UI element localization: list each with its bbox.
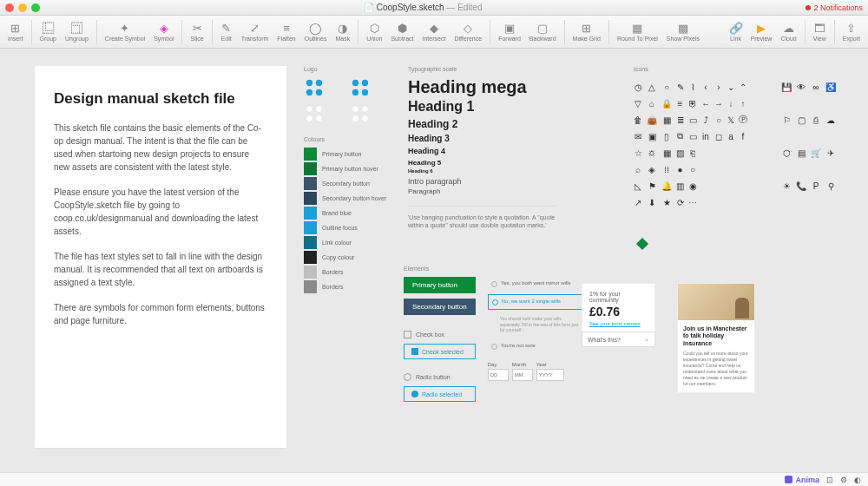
transform-tool[interactable]: ⤢Transform: [239, 23, 272, 42]
insert-tool[interactable]: ⊞Insert: [5, 23, 26, 42]
symbol-tool[interactable]: ◈Symbol: [151, 23, 176, 42]
flatten-tool[interactable]: ≡Flatten: [274, 23, 298, 42]
status-icon[interactable]: ⊡: [826, 476, 833, 484]
forward-tool[interactable]: ▣Forward: [496, 23, 523, 42]
create-symbol-tool[interactable]: ✦Create Symbol: [102, 23, 148, 42]
colour-swatch: Copy colour: [304, 251, 391, 264]
coop-logo-white: [304, 103, 325, 124]
make-grid-tool[interactable]: ⊞Make Grid: [570, 23, 603, 42]
close-icon[interactable]: [5, 3, 14, 12]
export-tool[interactable]: ⇧Export: [840, 23, 863, 42]
settings-icon: ⛭: [647, 147, 657, 159]
mail-icon: ✉: [634, 130, 642, 142]
minimize-icon[interactable]: [18, 3, 27, 12]
folder-icon: ▭: [688, 114, 697, 126]
slice-icon: ✂: [191, 23, 203, 35]
location-icon: ◺: [634, 180, 642, 192]
flag2-icon: ⚐: [781, 114, 792, 126]
canvas[interactable]: Design manual sketch file This sketch fi…: [0, 49, 868, 472]
info-artboard: Design manual sketch file This sketch fi…: [35, 66, 286, 448]
subtract-icon: ⬢: [396, 23, 408, 35]
colour-swatch: Secondary button: [304, 177, 391, 190]
svg-point-0: [306, 80, 312, 86]
status-icon[interactable]: ⚙: [840, 476, 847, 484]
info-paragraph: This sketch file contains the basic elem…: [54, 122, 267, 174]
print-icon: ⎙: [811, 114, 821, 126]
link-tool[interactable]: 🔗Link: [727, 23, 745, 42]
flatten-icon: ≡: [280, 23, 293, 35]
menu-icon: ≡: [676, 97, 684, 109]
svg-point-1: [316, 80, 322, 86]
radio[interactable]: Radio button: [404, 373, 476, 381]
show-pixels-tool[interactable]: ▩Show Pixels: [664, 23, 702, 42]
group-tool[interactable]: ⿺Group: [37, 23, 59, 42]
external-icon: ↗: [634, 196, 642, 208]
file-icon: 📄: [364, 3, 374, 12]
svg-point-4: [352, 80, 358, 86]
difference-icon: ◇: [462, 23, 474, 35]
union-tool[interactable]: ⬡Union: [364, 23, 385, 42]
colour-swatch: Link colour: [304, 236, 391, 249]
section-label-colours: Colours: [304, 136, 391, 142]
month-input[interactable]: [512, 369, 533, 381]
zoom-icon[interactable]: [31, 3, 40, 12]
section-label-type: Typographic scale: [408, 66, 556, 72]
list-icon: ≣: [676, 114, 684, 126]
swatch-box: [304, 266, 317, 279]
preview-tool[interactable]: ▶Preview: [748, 23, 775, 42]
difference-tool[interactable]: ◇Difference: [451, 23, 484, 42]
primary-button[interactable]: Primary button: [404, 277, 476, 293]
save-icon: 💾: [781, 81, 792, 93]
outlines-tool[interactable]: ◯Outlines: [302, 23, 330, 42]
radio-option[interactable]: Yes, you both want mirror wills: [488, 277, 583, 291]
chart-icon: ▥: [676, 180, 684, 192]
quote-example: 'Use hanging punctuation to style a quot…: [408, 206, 556, 229]
radio-option-selected[interactable]: No, we want 2 single wills: [488, 294, 583, 310]
coop-logo-white: [350, 103, 371, 124]
swatch-box: [304, 148, 317, 161]
pinterest-icon: Ⓟ: [739, 114, 747, 126]
notifications-badge[interactable]: 2 Notifications: [806, 3, 863, 12]
edit-tool[interactable]: ✎Edit: [218, 23, 235, 42]
anima-plugin[interactable]: Anima: [785, 476, 819, 484]
filter-icon: ▽: [634, 97, 642, 109]
slice-tool[interactable]: ✂Slice: [187, 23, 206, 42]
svg-point-8: [306, 106, 312, 112]
toolbar: ⊞Insert ⿺Group ⿹Ungroup ✦Create Symbol ◈…: [0, 16, 868, 49]
paragraph: Paragraph: [408, 187, 556, 195]
radio-option[interactable]: You're not sure: [488, 339, 583, 353]
home-icon: ⌂: [647, 97, 657, 109]
cloud-tool[interactable]: ☁Cloud: [778, 23, 799, 42]
intersect-tool[interactable]: ◆Intersect: [420, 23, 449, 42]
section-label-elements: Elements: [404, 266, 664, 272]
heading-4: Heading 4: [408, 147, 556, 155]
view-icon: 🗔: [813, 23, 825, 35]
ungroup-tool[interactable]: ⿹Ungroup: [62, 23, 91, 42]
checkbox[interactable]: Check box: [404, 331, 476, 338]
cloud2-icon: ☁: [825, 114, 836, 126]
bell-icon: 🔔: [661, 180, 672, 192]
checkbox-selected[interactable]: Check selected: [404, 344, 476, 359]
chevron-right-icon: ›: [714, 81, 723, 93]
secondary-button[interactable]: Secondary button: [404, 299, 476, 315]
status-icon[interactable]: ◐: [854, 476, 861, 484]
day-input[interactable]: [488, 369, 509, 381]
view-tool[interactable]: 🗔View: [811, 23, 829, 42]
subtract-tool[interactable]: ⬢Subtract: [388, 23, 416, 42]
typography-column: Typographic scale Heading mega Heading 1…: [408, 66, 556, 293]
year-input[interactable]: [536, 369, 564, 381]
reward-link[interactable]: See your local causes: [589, 321, 641, 326]
radio-selected[interactable]: Radio selected: [404, 386, 476, 402]
window-title: 📄 CoopStyle.sketch — Edited: [40, 3, 806, 12]
whats-this-dropdown[interactable]: What's this?: [582, 332, 655, 347]
coop-logo-blue: [350, 77, 371, 98]
svg-point-14: [352, 115, 358, 122]
chevron-down-icon: ⌄: [727, 81, 734, 93]
search-icon: ⌕: [634, 163, 642, 175]
transform-icon: ⤢: [248, 23, 260, 35]
swatch-box: [304, 162, 317, 175]
info-paragraph: There are symbols for common form elemen…: [54, 301, 267, 327]
mask-tool[interactable]: ◑Mask: [332, 23, 352, 42]
round-to-pixel-tool[interactable]: ▦Round To Pixel: [615, 23, 661, 42]
backward-tool[interactable]: ▢Backward: [527, 23, 559, 42]
